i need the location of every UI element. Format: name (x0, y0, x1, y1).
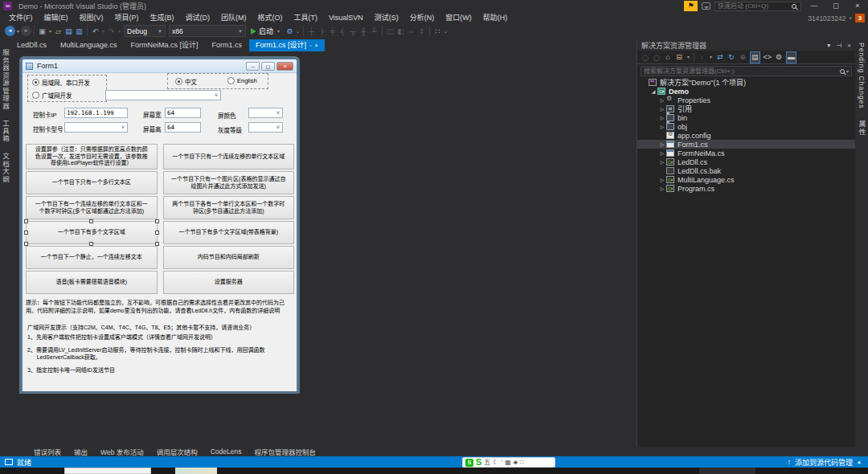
align-tops-icon[interactable]: ╥ (348, 26, 358, 37)
nest-related-files-icon[interactable]: ⊕ (739, 52, 747, 63)
ip-input[interactable] (65, 108, 127, 117)
new-project-icon[interactable]: ▣ (37, 26, 47, 37)
menu-item[interactable]: 项目(P) (109, 12, 145, 22)
redo-dropdown-icon[interactable]: ▾ (117, 26, 122, 37)
menu-item[interactable]: 窗口(W) (440, 12, 477, 22)
tree-row[interactable]: ▷ Form1.cs (637, 140, 855, 149)
toolbar-separator[interactable] (694, 53, 694, 62)
account-dropdown-icon[interactable]: ▾ (849, 15, 852, 22)
close-panel-icon[interactable]: × (847, 42, 851, 49)
document-tab[interactable]: MultiLanguage.cs (54, 39, 124, 51)
form-maximize-button[interactable] (261, 62, 275, 71)
undo-icon[interactable]: ↶ (90, 26, 100, 37)
tree-expander-icon[interactable]: ▷ (658, 141, 666, 147)
menu-item[interactable]: 生成(B) (145, 12, 180, 22)
screen-height-textbox[interactable] (165, 122, 201, 133)
quick-launch-box[interactable] (714, 2, 801, 11)
radio-wan[interactable]: 广域网开发 (32, 91, 72, 100)
form-minimize-button[interactable] (246, 62, 260, 71)
make-same-height-icon[interactable]: ◧ (395, 26, 406, 37)
menu-item[interactable]: 编辑(E) (39, 12, 74, 22)
wubi-mode-icon[interactable]: 五 (484, 458, 490, 467)
demo-action-button[interactable]: 一个节目下只有一个连续左移的单行文本区域 (163, 144, 295, 170)
solution-configuration-select[interactable]: Debug▼ (124, 25, 166, 37)
start-dropdown-icon[interactable]: ▾ (276, 26, 281, 37)
show-all-files-icon[interactable]: ▤ (750, 51, 760, 63)
form-close-button[interactable] (276, 62, 293, 71)
document-tab[interactable]: FormNeiMa.cs [设计] (125, 39, 205, 51)
demo-action-button[interactable]: 一个节目下有一个连续左移的单行文本区和一个数字时钟区(多个区域都通过此方法添加) (26, 196, 158, 219)
menu-item[interactable]: 帮助(H) (477, 12, 514, 22)
close-tab-icon[interactable] (315, 39, 318, 51)
tree-expander-icon[interactable]: ▷ (658, 186, 666, 191)
bottom-panel-tab[interactable]: 输出 (74, 447, 88, 456)
new-project-dropdown-icon[interactable]: ▾ (47, 26, 53, 37)
tree-row[interactable]: ▷ FormNeiMa.cs (637, 149, 855, 157)
selection-handle-nw[interactable] (24, 219, 28, 223)
tree-row[interactable]: ▷ LedDll.cs (637, 157, 855, 166)
save-all-icon[interactable]: ▥ (74, 26, 84, 37)
tree-row[interactable]: ▷ Properties (637, 96, 855, 104)
document-tab[interactable]: LedDll.cs (10, 39, 53, 51)
sogou-input-icon[interactable]: S (465, 459, 473, 467)
account-id[interactable]: 3141023242 (808, 14, 845, 22)
menu-item[interactable]: 团队(M) (215, 12, 252, 22)
tree-expander-icon[interactable]: ▷ (658, 159, 666, 165)
tree-row[interactable]: ▷ Program.cs (637, 184, 855, 193)
view-code-icon[interactable]: <> (764, 52, 772, 63)
tree-expander-icon[interactable]: ▷ (658, 177, 666, 182)
switch-views-dropdown-icon[interactable]: ▾ (686, 52, 690, 63)
attach-process-icon[interactable]: ⚙ (285, 26, 295, 37)
selection-handle-e[interactable] (155, 231, 159, 235)
menu-item[interactable]: 分析(N) (404, 12, 440, 22)
demo-action-button[interactable]: 设置服务器 (163, 271, 295, 294)
quick-launch-input[interactable] (715, 2, 792, 10)
document-tab[interactable]: Form1.cs (206, 39, 249, 51)
demo-action-button[interactable]: 内码节目和内码局部刷新 (163, 246, 295, 269)
redo-icon[interactable]: ↷ (106, 26, 117, 37)
soft-keyboard-icon[interactable]: ▦ (505, 458, 511, 467)
toolbar-separator[interactable] (429, 26, 430, 36)
search-dropdown-icon[interactable]: ▾ (846, 68, 851, 74)
notifications-flag-icon[interactable]: ⚑ (684, 1, 698, 11)
align-centers-icon[interactable]: ╪ (327, 26, 338, 37)
align-lefts-icon[interactable]: ╞ (317, 26, 327, 37)
tree-expander-icon[interactable]: ◢ (649, 88, 657, 94)
menu-item[interactable]: 视图(V) (74, 12, 109, 22)
tree-row[interactable]: ▷ 引用 (637, 104, 855, 113)
punctuation-icon[interactable]: ’ (502, 458, 503, 467)
tree-row[interactable]: app.config (637, 131, 855, 140)
menu-item[interactable]: 调试(D) (180, 12, 216, 22)
tree-expander-icon[interactable]: ▷ (658, 115, 666, 121)
preview-selected-icon[interactable]: ▬ (786, 51, 796, 63)
tree-expander-icon[interactable]: ▷ (658, 150, 666, 156)
layout-misc-icon[interactable]: ∷ (432, 26, 443, 37)
save-icon[interactable]: ▤ (63, 26, 74, 37)
make-same-width-icon[interactable]: ◫ (385, 26, 395, 37)
properties-icon[interactable]: ⚙ (775, 52, 783, 63)
document-tab[interactable]: Form1.cs [设计] (249, 39, 325, 51)
layout-overflow-icon[interactable]: ⌄ (443, 26, 448, 37)
menu-item[interactable]: 工具(T) (289, 12, 324, 22)
tree-row[interactable]: 解决方案"Demo"(1 个项目) (637, 78, 855, 87)
moon-fullhalf-icon[interactable]: ☾ (493, 458, 498, 467)
toolbar-overflow-icon[interactable]: ⌄ (295, 26, 301, 37)
radio-lan-serial[interactable]: 局域网、串口开发 (32, 78, 90, 87)
home-icon[interactable]: ⌂ (664, 52, 672, 63)
tree-expander-icon[interactable]: ▷ (658, 124, 666, 129)
forms-designer-surface[interactable]: Form1 局域网、串口开发 广域网开发 (10, 51, 637, 447)
demo-action-button[interactable]: 一个节目下一个静止，一个连续左移文本 (26, 246, 158, 269)
screen-height-input[interactable] (166, 123, 200, 132)
bottom-panel-tab[interactable]: 程序包管理器控制台 (255, 447, 317, 456)
right-vertical-tab[interactable]: 属性 (857, 121, 866, 136)
forward-icon[interactable]: ◯ (653, 52, 661, 63)
radio-chinese[interactable]: 中文 (175, 77, 197, 86)
source-control-button[interactable]: ↑ 添加到源代码管理 ▲ (788, 456, 862, 468)
auto-hide-pin-icon[interactable]: ⊣ (836, 42, 841, 49)
feedback-icon[interactable] (702, 2, 710, 10)
designed-form-window[interactable]: Form1 局域网、串口开发 广域网开发 (22, 59, 297, 391)
solution-search-input[interactable] (641, 67, 840, 75)
card-type-combobox[interactable] (64, 122, 128, 133)
selection-handle-ne[interactable] (155, 219, 159, 223)
vertical-spacing-icon[interactable]: ⇕ (416, 26, 427, 37)
